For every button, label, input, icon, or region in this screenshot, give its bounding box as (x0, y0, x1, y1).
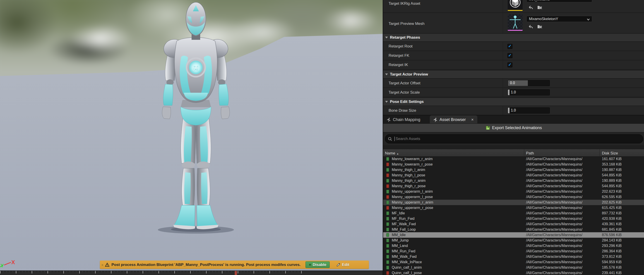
retarget-fk-checkbox[interactable]: ✓ (508, 53, 512, 58)
asset-name: MM_Jump (392, 238, 409, 243)
asset-size: 161.607 KiB (602, 157, 622, 161)
table-row[interactable]: MM_Fall_Loop /All/Game/Characters/Manneq… (383, 227, 644, 232)
edit-button[interactable]: Edit (336, 263, 349, 267)
export-selected-animations-button[interactable]: Export Selected Animations (383, 123, 644, 132)
table-row[interactable]: MM_Walk_InPlace /All/Game/Characters/Man… (383, 260, 644, 265)
table-row[interactable]: MF_Walk_Fwd /All/Game/Characters/Mannequ… (383, 221, 644, 227)
use-selected-asset-icon[interactable] (528, 24, 534, 29)
table-row[interactable]: Manny_upperarm_l_pose /All/Game/Characte… (383, 194, 644, 200)
preview-mesh-dropdown[interactable]: MixamoSkeletonY (526, 16, 592, 22)
asset-name: MM_Run_Fwd (392, 249, 415, 253)
3d-viewport[interactable]: u Y X x Post process Animation Blueprint… (0, 0, 383, 275)
category-retarget-phases[interactable]: Retarget Phases (383, 34, 644, 42)
tab-asset-browser[interactable]: Asset Browser × (430, 115, 477, 124)
browse-to-asset-icon[interactable] (537, 24, 543, 29)
asset-path: /All/Game/Characters/Mannequins/ (526, 195, 582, 199)
asset-size: 190.887 KiB (602, 168, 622, 172)
details-panel: Target IKRig Asset IKR_Mixamo Tar (383, 0, 644, 275)
table-row[interactable]: Manny_thigh_l_anim /All/Game/Characters/… (383, 167, 644, 173)
table-row[interactable]: Manny_lowerarm_r_pose /All/Game/Characte… (383, 162, 644, 167)
target-preview-mesh-label: Target Preview Mesh (388, 21, 424, 26)
target-actor-scale-input[interactable]: 1.0 (508, 89, 550, 95)
column-header-disk-size[interactable]: Disk Size (602, 151, 618, 156)
warning-triangle-icon (105, 263, 109, 267)
table-row[interactable]: MM_Jump /All/Game/Characters/Mannequins/… (383, 238, 644, 243)
close-tab-icon[interactable]: × (471, 117, 474, 122)
bottom-tab-bar: Chain Mapping Asset Browser × (383, 115, 644, 124)
disable-button[interactable]: × Disable (306, 262, 330, 268)
detail-row-retarget-ik: Retarget IK ✓ (383, 60, 644, 70)
tab-chain-mapping-label: Chain Mapping (393, 117, 420, 122)
table-row[interactable]: Quinn_calf_l_pose /All/Game/Characters/M… (383, 270, 644, 275)
asset-name: MM_Fall_Loop (392, 228, 416, 232)
ikrig-asset-field[interactable]: IKR_Mixamo (526, 0, 592, 2)
asset-size: 544.895 KiB (602, 173, 622, 177)
bone-draw-size-label: Bone Draw Size (388, 108, 416, 113)
table-row[interactable]: Manny_upperarm_r_pose /All/Game/Characte… (383, 205, 644, 211)
asset-size: 293.296 KiB (602, 244, 622, 248)
asset-size: 286.364 KiB (602, 249, 622, 253)
table-row[interactable]: Manny_thigh_r_anim /All/Game/Characters/… (383, 178, 644, 183)
search-input[interactable] (395, 136, 600, 141)
timeline-playhead[interactable] (234, 271, 237, 275)
asset-type-icon (386, 217, 389, 221)
table-row[interactable]: Manny_thigh_r_pose /All/Game/Characters/… (383, 183, 644, 189)
warning-dismiss-icon[interactable]: x (102, 263, 103, 267)
search-box[interactable] (385, 134, 643, 143)
table-row[interactable]: Manny_thigh_l_pose /All/Game/Characters/… (383, 173, 644, 178)
target-actor-offset-input[interactable]: 0.0 (508, 80, 550, 86)
asset-path: /All/Game/Characters/Mannequins/ (526, 266, 582, 270)
use-selected-asset-icon[interactable] (528, 4, 534, 10)
ikrig-asset-value: IKR_Mixamo (529, 0, 550, 1)
column-header-name[interactable]: Name▲ (385, 151, 399, 156)
retarget-ik-checkbox[interactable]: ✓ (508, 62, 512, 67)
edit-button-label: Edit (342, 263, 349, 267)
category-target-actor-preview[interactable]: Target Actor Preview (383, 70, 644, 78)
asset-name: Manny_upperarm_r_anim (392, 200, 433, 205)
asset-size: 594.959 KiB (602, 260, 622, 264)
asset-path: /All/Game/Characters/Mannequins/ (526, 238, 582, 243)
category-title: Retarget Phases (390, 35, 420, 40)
table-row[interactable]: MF_Idle /All/Game/Characters/Mannequins/… (383, 211, 644, 216)
asset-path: /All/Game/Characters/Mannequins/ (526, 233, 582, 237)
retarget-root-label: Retarget Root (388, 44, 412, 49)
bone-draw-size-value: 1.0 (511, 108, 516, 112)
retarget-ik-label: Retarget IK (388, 63, 408, 67)
timeline-scrubber[interactable] (0, 271, 383, 275)
asset-table-body: Manny_lowerarm_r_anim /All/Game/Characte… (383, 156, 644, 275)
spin-grip[interactable] (508, 90, 510, 95)
asset-size: 202.623 KiB (602, 190, 622, 194)
spin-grip[interactable] (508, 108, 510, 113)
table-row[interactable]: Quinn_calf_l_anim /All/Game/Characters/M… (383, 265, 644, 270)
table-row[interactable]: MM_Land /All/Game/Characters/Mannequins/… (383, 243, 644, 249)
category-pose-edit-settings[interactable]: Pose Edit Settings (383, 98, 644, 106)
tab-chain-mapping[interactable]: Chain Mapping (383, 115, 424, 124)
table-row[interactable]: MF_Run_Fwd /All/Game/Characters/Mannequi… (383, 216, 644, 221)
check-icon: ✓ (508, 62, 512, 67)
asset-type-icon (386, 184, 389, 188)
ikrig-asset-thumbnail[interactable] (508, 0, 523, 11)
asset-name: Manny_thigh_l_anim (392, 168, 425, 172)
table-row[interactable]: MM_Idle /All/Game/Characters/Mannequins/… (383, 232, 644, 238)
mesh-asset-color-bar (508, 30, 523, 31)
retarget-root-checkbox[interactable]: ✓ (508, 44, 512, 49)
table-row[interactable]: Manny_lowerarm_r_anim /All/Game/Characte… (383, 156, 644, 162)
bone-draw-size-input[interactable]: 1.0 (508, 107, 550, 114)
asset-size: 353.168 KiB (602, 162, 622, 166)
asset-name: Quinn_calf_l_anim (392, 266, 422, 270)
character-mesh: u (146, 0, 246, 236)
table-row[interactable]: MM_Walk_Fwd /All/Game/Characters/Mannequ… (383, 254, 644, 260)
table-row[interactable]: MM_Run_Fwd /All/Game/Characters/Mannequi… (383, 249, 644, 254)
asset-path: /All/Game/Characters/Mannequins/ (526, 271, 582, 275)
timeline-ticks (0, 271, 303, 275)
browse-to-asset-icon[interactable] (537, 4, 543, 10)
asset-type-icon (386, 190, 389, 193)
table-row[interactable]: Manny_upperarm_r_anim /All/Game/Characte… (383, 200, 644, 205)
asset-path: /All/Game/Characters/Mannequins/ (526, 200, 582, 205)
sort-ascending-icon: ▲ (396, 152, 399, 155)
asset-type-icon (386, 179, 389, 183)
preview-mesh-thumbnail[interactable] (508, 14, 523, 31)
asset-size: 202.625 KiB (602, 200, 622, 205)
table-row[interactable]: Manny_upperarm_l_anim /All/Game/Characte… (383, 189, 644, 194)
column-header-path[interactable]: Path (526, 151, 534, 156)
